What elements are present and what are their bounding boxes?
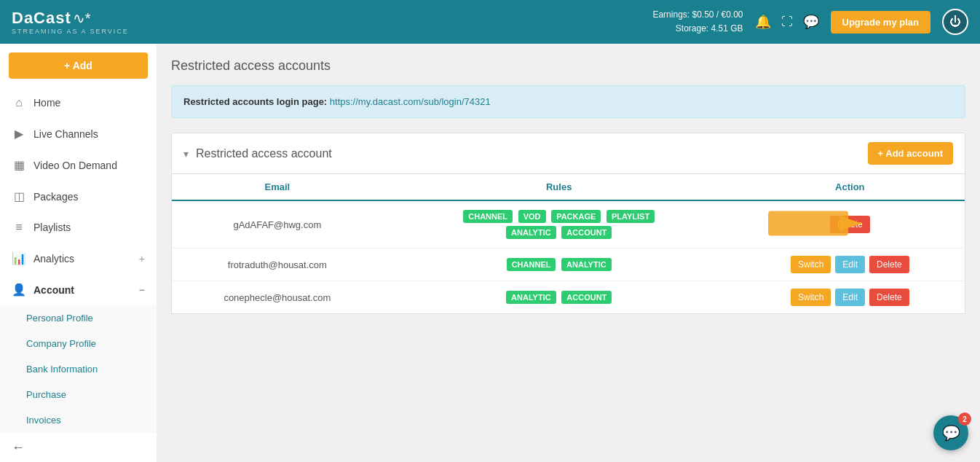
cell-rules: CHANNEL VOD PACKAGE PLAYLIST ANALYTIC AC… bbox=[383, 200, 735, 248]
storage-stat: Storage: 4.51 GB bbox=[652, 22, 743, 36]
top-navigation: DaCast ∿* STREAMING AS A SERVICE Earning… bbox=[0, 0, 980, 44]
accounts-table-container: Email Rules Action gAdAFAF@hwg.com CHANN… bbox=[171, 174, 965, 314]
table-row: gAdAFAF@hwg.com CHANNEL VOD PACKAGE PLAY… bbox=[172, 200, 965, 248]
main-content: Restricted access accounts Restricted ac… bbox=[157, 44, 980, 462]
logo: DaCast ∿* STREAMING AS A SERVICE bbox=[12, 9, 129, 35]
sidebar-item-personal-profile[interactable]: Personal Profile bbox=[0, 305, 157, 331]
fullscreen-icon[interactable]: ⛶ bbox=[781, 15, 793, 28]
sidebar-item-label: Analytics bbox=[33, 253, 74, 265]
sidebar-item-label: Account bbox=[33, 284, 74, 296]
cell-action: Delete bbox=[735, 200, 965, 248]
sidebar-item-purchase[interactable]: Purchase bbox=[0, 382, 157, 407]
table-row: frotraduth@housat.com CHANNEL ANALYTIC S… bbox=[172, 248, 965, 281]
badge-analytic: ANALYTIC bbox=[506, 226, 556, 239]
sidebar-item-home[interactable]: ⌂ Home bbox=[0, 87, 157, 118]
sidebar: + Add ⌂ Home ▶ Live Channels ▦ Video On … bbox=[0, 44, 157, 462]
add-button[interactable]: + Add bbox=[9, 52, 148, 79]
action-buttons: Switch Edit Delete bbox=[747, 289, 953, 306]
sidebar-item-bank-information[interactable]: Bank Information bbox=[0, 356, 157, 382]
sidebar-item-label: Video On Demand bbox=[33, 160, 117, 171]
col-email: Email bbox=[172, 174, 383, 200]
stats-display: Earnings: $0.50 / €0.00 Storage: 4.51 GB bbox=[652, 8, 743, 36]
arrow-svg bbox=[768, 205, 863, 242]
section-title-text: Restricted access account bbox=[196, 147, 332, 160]
page-title: Restricted access accounts bbox=[171, 58, 965, 74]
sidebar-item-company-profile[interactable]: Company Profile bbox=[0, 331, 157, 356]
info-box-label: Restricted accounts login page: bbox=[183, 96, 327, 107]
analytics-expand-icon: + bbox=[139, 253, 145, 265]
cell-action: Switch Edit Delete bbox=[735, 281, 965, 314]
delete-button[interactable]: Delete bbox=[869, 289, 909, 306]
vod-icon: ▦ bbox=[12, 158, 26, 172]
edit-button[interactable]: Edit bbox=[835, 289, 865, 306]
analytics-icon: 📊 bbox=[12, 251, 26, 265]
logo-subtitle: STREAMING AS A SERVICE bbox=[12, 28, 129, 35]
chat-badge: 2 bbox=[958, 412, 971, 426]
earnings-stat: Earnings: $0.50 / €0.00 bbox=[652, 8, 743, 22]
accounts-table: Email Rules Action gAdAFAF@hwg.com CHANN… bbox=[172, 174, 965, 313]
section-header: ▾ Restricted access account + Add accoun… bbox=[171, 133, 965, 174]
sidebar-item-account[interactable]: 👤 Account − bbox=[0, 274, 157, 305]
logo-text: DaCast bbox=[12, 9, 71, 28]
back-button[interactable]: ← bbox=[12, 440, 145, 455]
cell-rules: ANALYTIC ACCOUNT bbox=[383, 281, 735, 314]
cell-action: Switch Edit Delete bbox=[735, 248, 965, 281]
svg-rect-1 bbox=[768, 211, 848, 236]
sidebar-item-packages[interactable]: ◫ Packages bbox=[0, 181, 157, 212]
sidebar-item-label: Packages bbox=[33, 191, 78, 203]
cell-rules: CHANNEL ANALYTIC bbox=[383, 248, 735, 281]
cell-email: gAdAFAF@hwg.com bbox=[172, 200, 383, 248]
main-layout: + Add ⌂ Home ▶ Live Channels ▦ Video On … bbox=[0, 44, 980, 462]
sidebar-item-invoices[interactable]: Invoices bbox=[0, 407, 157, 433]
info-box: Restricted accounts login page: https://… bbox=[171, 85, 965, 118]
add-account-button[interactable]: + Add account bbox=[868, 142, 953, 165]
info-box-link[interactable]: https://my.dacast.com/sub/login/74321 bbox=[330, 96, 491, 107]
bell-icon[interactable]: 🔔 bbox=[755, 14, 771, 30]
badge-vod: VOD bbox=[518, 210, 546, 223]
table-header-row: Email Rules Action bbox=[172, 174, 965, 200]
sidebar-item-label: Home bbox=[33, 97, 60, 109]
badge-channel: CHANNEL bbox=[507, 258, 556, 271]
cell-email: conephecle@housat.com bbox=[172, 281, 383, 314]
badge-analytic: ANALYTIC bbox=[506, 291, 556, 304]
chat-icon[interactable]: 💬 bbox=[803, 14, 819, 30]
badge-playlist: PLAYLIST bbox=[606, 210, 655, 223]
home-icon: ⌂ bbox=[12, 96, 26, 109]
chat-bubble[interactable]: 💬 2 bbox=[933, 415, 968, 450]
power-button[interactable]: ⏻ bbox=[942, 9, 968, 35]
logo-wave: ∿* bbox=[73, 9, 91, 27]
cell-email: frotraduth@housat.com bbox=[172, 248, 383, 281]
badge-account: ACCOUNT bbox=[561, 291, 612, 304]
section-title: ▾ Restricted access account bbox=[183, 147, 332, 160]
playlists-icon: ≡ bbox=[12, 221, 26, 234]
action-buttons: Delete bbox=[747, 216, 953, 233]
switch-button[interactable]: Switch bbox=[791, 289, 831, 306]
badge-channel: CHANNEL bbox=[463, 210, 513, 223]
live-icon: ▶ bbox=[12, 127, 26, 141]
badge-package: PACKAGE bbox=[551, 210, 601, 223]
packages-icon: ◫ bbox=[12, 189, 26, 203]
col-action: Action bbox=[735, 174, 965, 200]
account-expand-icon: − bbox=[139, 284, 145, 296]
upgrade-button[interactable]: Upgrade my plan bbox=[831, 11, 930, 34]
topnav-icons: 🔔 ⛶ 💬 bbox=[755, 14, 819, 30]
chevron-down-icon[interactable]: ▾ bbox=[183, 148, 189, 160]
sidebar-item-label: Live Channels bbox=[33, 128, 98, 140]
arrow-annotation bbox=[768, 205, 863, 244]
delete-button[interactable]: Delete bbox=[869, 256, 909, 273]
sidebar-item-label: Playlists bbox=[33, 222, 71, 233]
chat-icon: 💬 bbox=[942, 424, 960, 442]
edit-button[interactable]: Edit bbox=[835, 256, 865, 273]
table-row: conephecle@housat.com ANALYTIC ACCOUNT S… bbox=[172, 281, 965, 314]
sidebar-item-vod[interactable]: ▦ Video On Demand bbox=[0, 149, 157, 181]
topnav-right: Earnings: $0.50 / €0.00 Storage: 4.51 GB… bbox=[652, 8, 968, 36]
account-icon: 👤 bbox=[12, 283, 26, 297]
account-sub-nav: Personal Profile Company Profile Bank In… bbox=[0, 305, 157, 433]
badge-account: ACCOUNT bbox=[561, 226, 612, 239]
sidebar-item-live-channels[interactable]: ▶ Live Channels bbox=[0, 118, 157, 149]
switch-button[interactable]: Switch bbox=[791, 256, 831, 273]
badge-analytic: ANALYTIC bbox=[561, 258, 612, 271]
sidebar-item-playlists[interactable]: ≡ Playlists bbox=[0, 212, 157, 243]
sidebar-item-analytics[interactable]: 📊 Analytics + bbox=[0, 243, 157, 274]
action-buttons: Switch Edit Delete bbox=[747, 256, 953, 273]
